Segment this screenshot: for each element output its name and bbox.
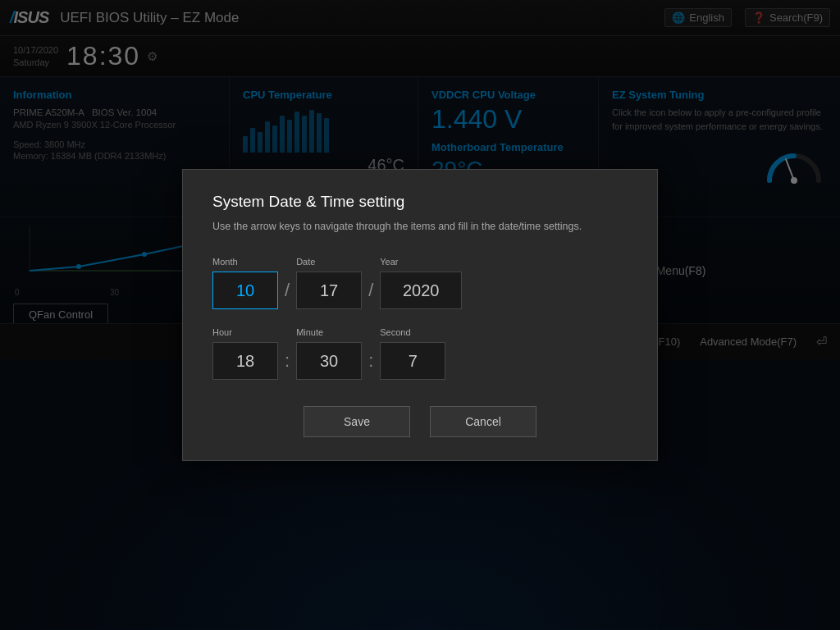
time-sep-1: : [285, 350, 290, 372]
dialog-title: System Date & Time setting [212, 193, 628, 211]
save-button[interactable]: Save [304, 406, 410, 437]
date-row: Month / Date / Year [212, 257, 628, 309]
time-row: Hour : Minute : Second [212, 327, 628, 380]
hour-group: Hour [212, 327, 278, 380]
year-input[interactable] [380, 272, 462, 309]
time-sep-2: : [368, 350, 373, 372]
cancel-button[interactable]: Cancel [430, 406, 536, 437]
dialog-desc: Use the arrow keys to navigate through t… [212, 219, 628, 235]
dialog-buttons: Save Cancel [212, 406, 628, 437]
second-group: Second [380, 327, 445, 380]
date-group: Date [296, 257, 362, 309]
date-input[interactable] [296, 272, 362, 309]
month-group: Month [212, 257, 278, 309]
year-label: Year [380, 257, 398, 267]
date-sep-2: / [368, 280, 373, 301]
month-label: Month [212, 257, 238, 267]
year-group: Year [380, 257, 462, 309]
second-input[interactable] [380, 342, 445, 380]
minute-group: Minute [296, 327, 362, 380]
hour-label: Hour [212, 327, 232, 337]
date-label: Date [296, 257, 315, 267]
second-label: Second [380, 327, 410, 337]
month-input[interactable] [212, 272, 278, 309]
datetime-dialog: System Date & Time setting Use the arrow… [182, 169, 658, 462]
minute-label: Minute [296, 327, 323, 337]
date-sep-1: / [285, 280, 290, 301]
hour-input[interactable] [212, 342, 278, 380]
modal-overlay: System Date & Time setting Use the arrow… [0, 0, 840, 630]
minute-input[interactable] [296, 342, 362, 380]
